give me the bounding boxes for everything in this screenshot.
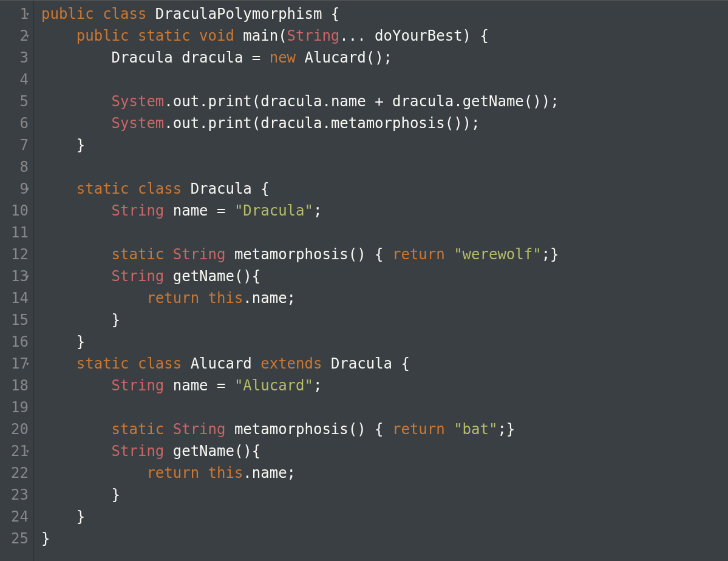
code-line[interactable]: public static void main(String... doYour… [41, 25, 728, 47]
code-line[interactable]: static String metamorphosis() { return "… [41, 243, 728, 265]
code-line[interactable] [41, 69, 728, 90]
code-token [41, 462, 146, 484]
code-token: return [392, 243, 445, 265]
code-line[interactable]: } [41, 309, 728, 331]
line-number: 5 [2, 90, 29, 112]
code-line[interactable]: System.out.print(dracula.metamorphosis()… [41, 112, 728, 134]
code-editor[interactable]: 1▾2▾3456789▾10111213▾14151617▾18192021▾2… [0, 1, 728, 561]
code-token: metamorphosis [331, 112, 445, 134]
fold-marker-icon[interactable]: ▾ [26, 447, 30, 455]
code-token [41, 418, 112, 440]
code-line[interactable]: } [41, 134, 728, 156]
code-line[interactable]: } [41, 506, 728, 528]
code-line[interactable]: static class Dracula { [41, 178, 728, 200]
code-token: Dracula [191, 178, 252, 200]
code-token: name [252, 462, 287, 484]
code-line[interactable]: } [41, 331, 728, 353]
code-line[interactable]: String name = "Alucard"; [41, 375, 728, 396]
code-area[interactable]: public class DraculaPolymorphism { publi… [34, 1, 728, 561]
line-number: 17▾ [2, 353, 29, 375]
line-number: 12 [2, 243, 29, 265]
line-number: 11 [2, 222, 29, 243]
code-token: "Dracula" [234, 200, 313, 222]
code-line[interactable]: String getName(){ [41, 440, 728, 462]
code-line[interactable]: return this.name; [41, 287, 728, 309]
code-line[interactable]: String getName(){ [41, 265, 728, 287]
code-line[interactable]: String name = "Dracula"; [41, 200, 728, 222]
fold-marker-icon[interactable]: ▾ [26, 32, 30, 39]
code-token [41, 265, 112, 287]
fold-marker-icon[interactable]: ▾ [26, 185, 30, 192]
code-token: . [199, 90, 208, 112]
code-token [225, 200, 234, 222]
code-token: void [199, 25, 234, 47]
code-token [322, 353, 330, 375]
code-line[interactable]: } [41, 528, 728, 549]
code-token: . [322, 112, 330, 134]
code-line[interactable] [41, 222, 728, 243]
code-token [225, 243, 234, 265]
code-token [129, 25, 138, 47]
code-token [41, 353, 77, 375]
code-line[interactable]: Dracula dracula = new Alucard(); [41, 47, 728, 69]
code-token: = [217, 200, 225, 222]
code-token: { [252, 178, 270, 200]
code-token: System [112, 90, 165, 112]
line-number: 19 [2, 396, 29, 418]
code-token: dracula [260, 112, 322, 134]
code-token: static [112, 243, 165, 265]
code-line[interactable]: public class DraculaPolymorphism { [41, 3, 728, 25]
code-line[interactable]: System.out.print(dracula.name + dracula.… [41, 90, 728, 112]
code-line[interactable]: return this.name; [41, 462, 728, 484]
code-token [146, 3, 155, 25]
fold-marker-icon[interactable]: ▾ [26, 10, 30, 18]
code-token: DraculaPolymorphism [155, 3, 322, 25]
code-token [164, 440, 172, 462]
line-number: 14 [2, 287, 29, 309]
code-token: main [243, 25, 278, 47]
fold-marker-icon[interactable]: ▾ [26, 360, 30, 367]
code-token [182, 353, 190, 375]
code-token: dracula [260, 90, 322, 112]
code-token: getName [463, 90, 524, 112]
code-token: String [112, 265, 165, 287]
code-token: } [41, 506, 85, 528]
code-token: static [77, 178, 129, 200]
code-token [445, 243, 454, 265]
code-token: ( [278, 25, 287, 47]
code-token [191, 25, 199, 47]
code-token: . [199, 112, 208, 134]
code-token [296, 47, 304, 69]
code-token: . [164, 90, 172, 112]
code-token: String [287, 25, 340, 47]
line-number: 4 [2, 69, 29, 90]
code-token: + [375, 90, 383, 112]
code-token: "bat" [454, 418, 497, 440]
code-line[interactable] [41, 396, 728, 418]
code-line[interactable] [41, 156, 728, 178]
code-token: } [41, 528, 50, 549]
code-token: } [41, 484, 120, 506]
code-line[interactable]: } [41, 484, 728, 506]
code-token [41, 47, 112, 69]
code-token: out [173, 112, 199, 134]
code-token: (){ [234, 440, 260, 462]
code-token: { [322, 3, 339, 25]
line-number: 6 [2, 112, 29, 134]
code-token: } [41, 331, 85, 353]
line-number: 21▾ [2, 440, 29, 462]
code-token: { [392, 353, 410, 375]
fold-marker-icon[interactable]: ▾ [26, 273, 30, 280]
code-token [164, 200, 172, 222]
code-line[interactable]: static class Alucard extends Dracula { [41, 353, 728, 375]
code-token: Dracula [331, 353, 392, 375]
code-line[interactable]: static String metamorphosis() { return "… [41, 418, 728, 440]
line-number: 22 [2, 462, 29, 484]
code-token [384, 90, 392, 112]
code-token [164, 375, 172, 396]
line-gutter: 1▾2▾3456789▾10111213▾14151617▾18192021▾2… [0, 1, 34, 561]
code-token [225, 418, 234, 440]
code-token: () { [349, 243, 392, 265]
code-token: String [173, 418, 226, 440]
code-token: class [138, 178, 182, 200]
